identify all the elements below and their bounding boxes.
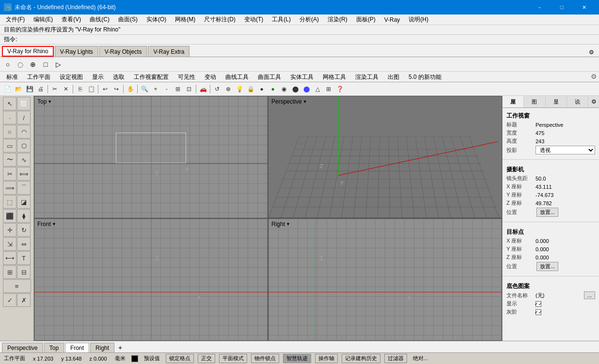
icon-print[interactable]: 🖨: [35, 84, 46, 94]
menu-mesh[interactable]: 网格(M): [171, 15, 199, 25]
menu-solid[interactable]: 实体(O): [142, 15, 170, 25]
tool-solid1[interactable]: ⬛: [3, 209, 16, 223]
viewport-front-label[interactable]: Front ▼: [37, 221, 56, 228]
status-smarttrack-btn[interactable]: 智慧轨迹: [283, 354, 311, 363]
rp-viewport-proj-dropdown[interactable]: 透视 平行: [536, 146, 595, 154]
menu-surface[interactable]: 曲面(S): [114, 15, 142, 25]
tool-point[interactable]: ·: [3, 111, 16, 124]
vray-btn-2[interactable]: ◌: [15, 59, 26, 70]
tool-move[interactable]: ✛: [3, 223, 16, 237]
icon-zoom-ext[interactable]: ⊞: [173, 84, 183, 94]
status-history-btn[interactable]: 记录建构历史: [342, 354, 380, 363]
icon-arrow[interactable]: △: [312, 84, 323, 94]
tab-vray-for-rhino[interactable]: V-Ray for Rhino: [2, 46, 54, 57]
icon-help[interactable]: ❓: [334, 84, 345, 94]
status-ortho-btn[interactable]: 正交: [198, 354, 215, 363]
tab-vray-objects[interactable]: V-Ray Objects: [99, 46, 147, 57]
tool-extend[interactable]: ⟺: [17, 167, 31, 181]
icon-rotate[interactable]: ↺: [212, 84, 222, 94]
viewport-right[interactable]: Z y Right ▼: [268, 218, 502, 341]
menu-transform[interactable]: 变动(T): [240, 15, 267, 25]
tab-vray-lights[interactable]: V-Ray Lights: [55, 46, 98, 57]
rp-gear-icon[interactable]: ⚙: [588, 96, 599, 107]
status-planar-btn[interactable]: 平面模式: [219, 354, 247, 363]
vray-tabs-gear-icon[interactable]: ⚙: [586, 48, 597, 57]
rp-target-pos-btn[interactable]: 放置...: [536, 262, 558, 271]
tool-polygon[interactable]: ⬡: [17, 139, 31, 152]
icon-car[interactable]: 🚗: [198, 84, 208, 94]
tool-x[interactable]: ✗: [17, 293, 31, 307]
icon-open[interactable]: 📂: [13, 84, 24, 94]
tool-fillet[interactable]: ⌒: [17, 181, 31, 195]
icon-select[interactable]: ✂: [49, 84, 60, 94]
tool-surf1[interactable]: ⬚: [3, 195, 16, 209]
std-tab-rendertools[interactable]: 渲染工具: [351, 72, 383, 82]
menu-dimension[interactable]: 尺寸标注(D): [200, 15, 239, 25]
status-gumball-btn[interactable]: 操作轴: [315, 354, 338, 363]
status-filter-btn[interactable]: 过滤器: [384, 354, 407, 363]
bottom-tab-perspective[interactable]: Perspective: [2, 343, 43, 352]
std-tab-display[interactable]: 显示: [88, 72, 108, 82]
icon-ball-blue[interactable]: ⬤: [301, 84, 312, 94]
std-tab-transform[interactable]: 变动: [200, 72, 221, 82]
rp-bg-display-checkbox[interactable]: ✓: [536, 301, 541, 307]
bottom-tab-top[interactable]: Top: [44, 343, 64, 352]
rp-tab-chart[interactable]: 图: [524, 96, 545, 107]
bottom-tab-front[interactable]: Front: [65, 343, 89, 352]
icon-circle-g[interactable]: ●: [268, 84, 278, 94]
std-tab-print[interactable]: 出图: [383, 72, 404, 82]
tab-vray-extra[interactable]: V-Ray Extra: [148, 46, 189, 57]
maximize-button[interactable]: □: [551, 0, 573, 15]
viewport-right-label[interactable]: Right ▼: [271, 221, 290, 228]
tool-select-area[interactable]: ⬜: [17, 97, 31, 110]
tool-freeform[interactable]: 〜: [3, 153, 16, 167]
rp-bg-grayscale-checkbox[interactable]: ✓: [536, 309, 541, 315]
icon-zoom-out[interactable]: -: [161, 84, 172, 94]
icon-undo[interactable]: ↩: [100, 84, 110, 94]
icon-pan[interactable]: ⊕: [223, 84, 234, 94]
menu-edit[interactable]: 编辑(E): [30, 15, 57, 25]
tool-dim[interactable]: ⟷: [3, 251, 16, 265]
icon-ball-dark[interactable]: ⬤: [290, 84, 300, 94]
menu-analyze[interactable]: 分析(A): [296, 15, 323, 25]
vray-btn-4[interactable]: □: [40, 59, 51, 70]
tool-line[interactable]: /: [17, 111, 31, 124]
tool-circle[interactable]: ○: [3, 125, 16, 138]
status-snap-btn[interactable]: 锁定格点: [166, 354, 194, 363]
icon-redo[interactable]: ↪: [111, 84, 122, 94]
icon-zoom-in[interactable]: +: [150, 84, 161, 94]
minimize-button[interactable]: －: [528, 0, 551, 15]
std-gear-icon[interactable]: ⚙: [591, 73, 597, 80]
rp-tab-say[interactable]: 说: [567, 96, 588, 107]
menu-help[interactable]: 说明(H): [405, 15, 432, 25]
std-tab-setview[interactable]: 设定视图: [55, 72, 87, 82]
icon-new[interactable]: 📄: [2, 84, 13, 94]
rp-bg-filename-btn[interactable]: ...: [584, 291, 595, 299]
menu-curve[interactable]: 曲线(C): [86, 15, 113, 25]
tool-offset[interactable]: ⟹: [3, 181, 16, 195]
close-button[interactable]: ✕: [573, 0, 595, 15]
tool-analyze[interactable]: ≡: [3, 279, 31, 293]
bottom-add-tab-button[interactable]: +: [115, 343, 125, 352]
tool-mesh[interactable]: ⊞: [3, 265, 16, 279]
icon-save[interactable]: 💾: [24, 84, 35, 94]
viewport-perspective-label[interactable]: Perspective ▼: [271, 98, 307, 105]
tool-text[interactable]: T: [17, 251, 31, 265]
viewport-top[interactable]: y x Top ▼: [34, 96, 268, 218]
icon-light[interactable]: 💡: [234, 84, 245, 94]
viewport-top-label[interactable]: Top ▼: [37, 98, 52, 105]
tool-rect[interactable]: ▭: [3, 139, 16, 152]
icon-delete[interactable]: ✕: [61, 84, 71, 94]
icon-sphere[interactable]: ◉: [279, 84, 289, 94]
rp-camera-pos-btn[interactable]: 放置...: [536, 208, 558, 217]
menu-view[interactable]: 查看(V): [58, 15, 85, 25]
menu-panel[interactable]: 面板(P): [352, 15, 379, 25]
icon-zoom-sel[interactable]: ⊡: [184, 84, 194, 94]
icon-zoom-win[interactable]: 🔍: [139, 84, 150, 94]
std-tab-standard[interactable]: 标准: [2, 72, 22, 82]
std-tab-curvetools[interactable]: 曲线工具: [221, 72, 253, 82]
std-tab-visibility[interactable]: 可见性: [173, 72, 200, 82]
menu-vray[interactable]: V-Ray: [380, 15, 404, 24]
tool-meshpt[interactable]: ⊟: [17, 265, 31, 279]
std-tab-viewconfig[interactable]: 工作视窗配置: [129, 72, 173, 82]
